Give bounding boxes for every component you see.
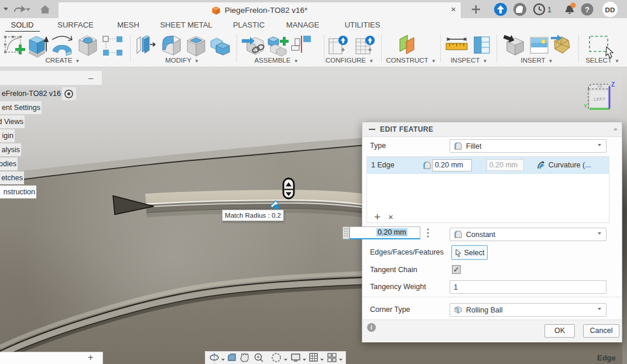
svg-text:LEFT: LEFT (594, 97, 605, 102)
svg-text:Z: Z (611, 81, 615, 88)
svg-text:?: ? (585, 5, 590, 14)
svg-text:Y: Y (584, 103, 587, 109)
svg-text:FR: FR (598, 85, 603, 88)
svg-text:DD: DD (605, 6, 615, 13)
svg-text:1: 1 (547, 5, 551, 14)
